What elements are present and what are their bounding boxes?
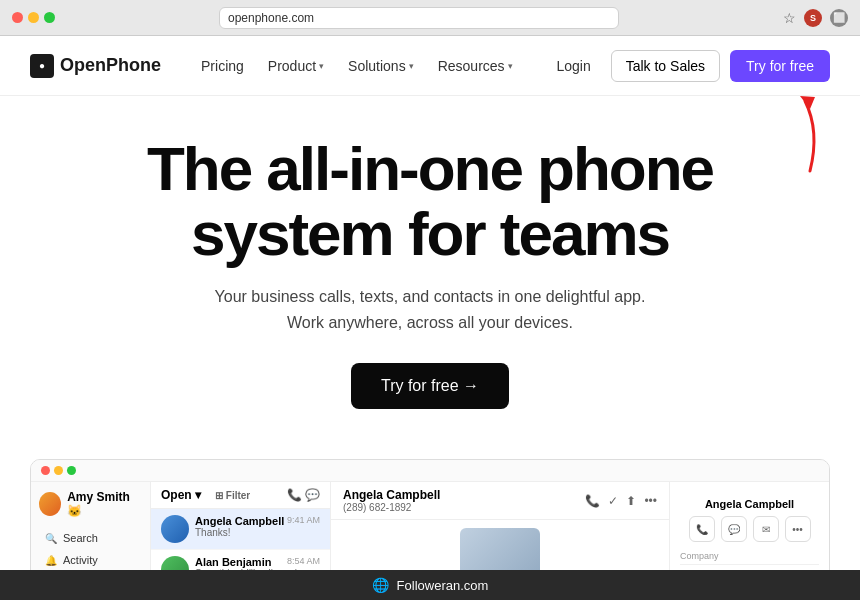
- app-nav-activity[interactable]: 🔔 Activity: [39, 550, 142, 570]
- contact-call-btn[interactable]: 📞: [689, 516, 715, 542]
- compose-actions: 📞 💬: [287, 488, 320, 502]
- nav-product[interactable]: Product ▾: [258, 52, 334, 80]
- nav-links: Pricing Product ▾ Solutions ▾ Resources …: [191, 52, 523, 80]
- nav-pricing[interactable]: Pricing: [191, 52, 254, 80]
- hero-section: The all-in-one phone system for teams Yo…: [0, 96, 860, 459]
- contact-name: Angela Campbell: [705, 498, 794, 510]
- conv-name-1: Angela Campbell: [195, 515, 284, 527]
- logo-icon: [30, 54, 54, 78]
- app-max-dot: [67, 466, 76, 475]
- browser-icons: ☆ S ⬜: [783, 9, 848, 27]
- share-icon[interactable]: ⬆: [626, 494, 636, 508]
- nav-solutions[interactable]: Solutions ▾: [338, 52, 424, 80]
- extension-icon[interactable]: ⬜: [830, 9, 848, 27]
- more-icon[interactable]: •••: [644, 494, 657, 508]
- hero-cta-button[interactable]: Try for free →: [351, 363, 509, 409]
- try-for-free-button[interactable]: Try for free: [730, 50, 830, 82]
- conv-info-1: Angela Campbell 9:41 AM Thanks!: [195, 515, 320, 538]
- call-icon[interactable]: 📞: [585, 494, 600, 508]
- globe-icon: 🌐: [372, 577, 389, 593]
- app-user: Amy Smith 🐱: [39, 490, 142, 518]
- product-chevron: ▾: [319, 61, 324, 71]
- app-min-dot: [54, 466, 63, 475]
- conversation-list: Open ▾ ⊞ Filter 📞 💬 Angela Campbell 9:41…: [151, 482, 331, 570]
- chat-body: Today, 9:36 AM: [331, 520, 669, 570]
- profile-icon[interactable]: S: [804, 9, 822, 27]
- browser-dots: [12, 12, 55, 23]
- hero-subtitle: Your business calls, texts, and contacts…: [20, 284, 840, 335]
- chat-image: [460, 528, 540, 570]
- logo[interactable]: OpenPhone: [30, 54, 161, 78]
- conv-name-2: Alan Benjamin: [195, 556, 271, 568]
- nav-right: Login Talk to Sales Try for free: [546, 50, 830, 82]
- conv-msg-1: Thanks!: [195, 527, 320, 538]
- app-preview: Amy Smith 🐱 🔍 Search 🔔 Activity 👤 Contac…: [30, 459, 830, 570]
- minimize-dot[interactable]: [28, 12, 39, 23]
- resources-chevron: ▾: [508, 61, 513, 71]
- talk-to-sales-button[interactable]: Talk to Sales: [611, 50, 720, 82]
- logo-text: OpenPhone: [60, 55, 161, 76]
- conv-avatar-2: [161, 556, 189, 570]
- app-sidebar: Amy Smith 🐱 🔍 Search 🔔 Activity 👤 Contac…: [31, 482, 151, 570]
- conv-msg-2: Sure thing! I'll call you in a sec: [195, 568, 320, 570]
- activity-icon: 🔔: [45, 555, 57, 566]
- bookmark-icon[interactable]: ☆: [783, 10, 796, 26]
- conv-info-2: Alan Benjamin 8:54 AM Sure thing! I'll c…: [195, 556, 320, 570]
- solutions-chevron: ▾: [409, 61, 414, 71]
- website-content: OpenPhone Pricing Product ▾ Solutions ▾ …: [0, 36, 860, 570]
- chat-contact-name: Angela Campbell: [343, 488, 440, 502]
- check-icon[interactable]: ✓: [608, 494, 618, 508]
- url-text: openphone.com: [228, 11, 314, 25]
- conv-time-1: 9:41 AM: [287, 515, 320, 527]
- app-user-name: Amy Smith 🐱: [67, 490, 142, 518]
- footer-text: Followeran.com: [397, 578, 489, 593]
- contact-actions: 📞 💬 ✉ •••: [689, 516, 811, 542]
- chat-header: Angela Campbell (289) 682-1892 📞 ✓ ⬆ •••: [331, 482, 669, 520]
- chat-actions: 📞 ✓ ⬆ •••: [585, 494, 657, 508]
- address-bar[interactable]: openphone.com: [219, 7, 619, 29]
- nav-resources[interactable]: Resources ▾: [428, 52, 523, 80]
- app-close-dot: [41, 466, 50, 475]
- contact-msg-btn[interactable]: 💬: [721, 516, 747, 542]
- contact-panel: Angela Campbell 📞 💬 ✉ ••• Company logan: [669, 482, 829, 570]
- app-nav-search[interactable]: 🔍 Search: [39, 528, 142, 548]
- footer-bar: 🌐 Followeran.com: [0, 570, 860, 600]
- app-user-avatar: [39, 492, 61, 516]
- contact-more-btn[interactable]: •••: [785, 516, 811, 542]
- conv-time-2: 8:54 AM: [287, 556, 320, 568]
- titlebar-dots: [41, 466, 76, 475]
- maximize-dot[interactable]: [44, 12, 55, 23]
- filter-label[interactable]: ⊞ Filter: [215, 490, 250, 501]
- conv-item-2[interactable]: Alan Benjamin 8:54 AM Sure thing! I'll c…: [151, 550, 330, 570]
- contact-mail-btn[interactable]: ✉: [753, 516, 779, 542]
- browser-chrome: openphone.com ☆ S ⬜: [0, 0, 860, 36]
- hero-title: The all-in-one phone system for teams: [20, 136, 840, 266]
- navbar: OpenPhone Pricing Product ▾ Solutions ▾ …: [0, 36, 860, 96]
- conv-header: Open ▾ ⊞ Filter 📞 💬: [151, 482, 330, 509]
- contact-company: Company: [680, 548, 819, 565]
- conv-avatar-1: [161, 515, 189, 543]
- conv-item-1[interactable]: Angela Campbell 9:41 AM Thanks!: [151, 509, 330, 550]
- chat-area: Angela Campbell (289) 682-1892 📞 ✓ ⬆ •••…: [331, 482, 669, 570]
- login-button[interactable]: Login: [546, 52, 600, 80]
- search-icon: 🔍: [45, 533, 57, 544]
- chat-contact-phone: (289) 682-1892: [343, 502, 440, 513]
- close-dot[interactable]: [12, 12, 23, 23]
- app-titlebar: [31, 460, 829, 482]
